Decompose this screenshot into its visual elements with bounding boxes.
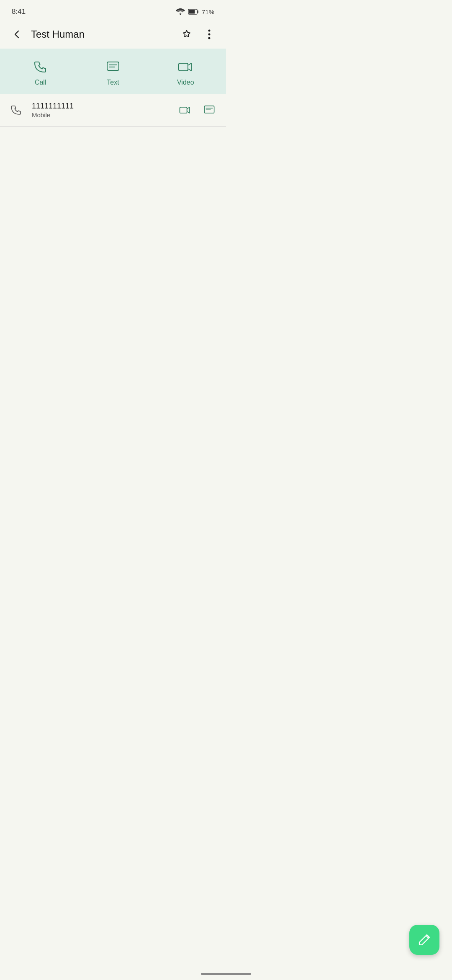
contact-row: 1111111111 Mobile (0, 94, 226, 126)
status-icons: 71% (176, 8, 214, 15)
action-banner: Call Text Video (0, 49, 226, 94)
svg-point-5 (208, 34, 211, 36)
contact-row-actions (177, 102, 218, 119)
video-action[interactable]: Video (160, 58, 211, 86)
phone-row-icon (8, 102, 24, 118)
content-area (0, 126, 226, 420)
battery-percent: 71% (202, 8, 214, 15)
battery-icon (188, 9, 198, 15)
svg-point-0 (180, 14, 181, 15)
back-button[interactable] (8, 26, 25, 43)
svg-rect-11 (180, 107, 187, 113)
svg-point-4 (208, 30, 211, 32)
status-bar: 8:41 71% (0, 0, 226, 20)
svg-rect-2 (197, 10, 198, 13)
contact-name: Test Human (31, 28, 172, 40)
video-call-button[interactable] (177, 102, 193, 119)
app-bar: Test Human (0, 20, 226, 49)
call-action[interactable]: Call (15, 58, 66, 86)
text-label: Text (107, 79, 119, 86)
svg-rect-3 (189, 10, 195, 14)
more-options-button[interactable] (201, 26, 218, 43)
phone-type: Mobile (32, 111, 169, 119)
text-icon (104, 58, 122, 76)
call-label: Call (35, 79, 46, 86)
svg-rect-7 (107, 62, 119, 70)
svg-point-6 (208, 37, 211, 39)
video-label: Video (177, 79, 194, 86)
video-icon (176, 58, 195, 76)
contact-info: 1111111111 Mobile (32, 102, 169, 119)
phone-number: 1111111111 (32, 102, 169, 111)
wifi-icon (176, 8, 185, 15)
favorite-button[interactable] (178, 26, 195, 43)
call-icon (31, 58, 50, 76)
text-action[interactable]: Text (88, 58, 138, 86)
message-button[interactable] (201, 102, 218, 119)
svg-rect-10 (179, 63, 188, 71)
status-time: 8:41 (12, 8, 26, 16)
